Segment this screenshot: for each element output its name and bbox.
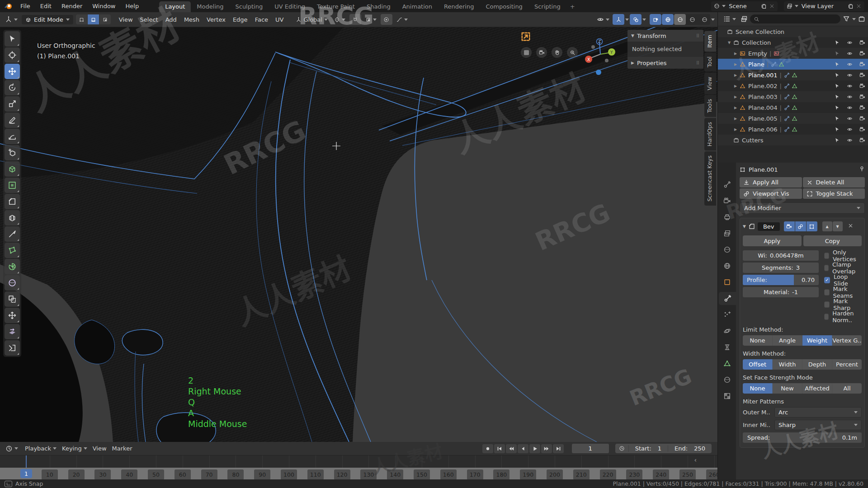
expand-caret-icon[interactable]: ▼ bbox=[743, 224, 746, 229]
hide-render-icon[interactable] bbox=[856, 137, 868, 143]
modifier-wrench-icon[interactable] bbox=[784, 127, 790, 132]
move-down-button[interactable]: ▼ bbox=[833, 221, 843, 231]
scene-selector[interactable]: Scene bbox=[711, 1, 778, 11]
timeline-menu-marker[interactable]: Marker bbox=[109, 444, 135, 453]
tool-smooth[interactable] bbox=[5, 275, 20, 291]
viewport-canvas[interactable]: User Orthographic (1) Plane.001 bbox=[0, 27, 717, 442]
hide-viewport-icon[interactable] bbox=[843, 105, 856, 111]
current-frame-field[interactable]: 1 bbox=[572, 444, 609, 453]
next-keyframe-button[interactable] bbox=[541, 444, 552, 453]
close-icon[interactable] bbox=[856, 3, 862, 9]
shading-rendered-button[interactable] bbox=[698, 14, 710, 25]
proportional-falloff-selector[interactable] bbox=[394, 15, 410, 24]
apply-all-button[interactable]: Apply All bbox=[740, 177, 802, 188]
hide-viewport-icon[interactable] bbox=[847, 116, 853, 122]
option-weight[interactable]: Weight bbox=[802, 335, 832, 346]
hide-render-icon[interactable] bbox=[859, 83, 865, 89]
loop-slide-checkbox[interactable]: ✓Loop Slide bbox=[824, 275, 862, 285]
selectable-toggle-icon[interactable] bbox=[830, 116, 843, 122]
selectable-toggle-icon[interactable] bbox=[834, 83, 840, 89]
expand-caret-icon[interactable]: ▶ bbox=[733, 52, 738, 56]
mesh-data-icon[interactable] bbox=[792, 94, 797, 100]
new-scene-icon[interactable] bbox=[761, 3, 767, 9]
panel-grip-icon[interactable]: ⠿ bbox=[696, 33, 700, 38]
checkbox[interactable] bbox=[824, 253, 829, 259]
selectable-toggle-icon[interactable] bbox=[834, 105, 840, 111]
viewport-menu-view[interactable]: View bbox=[115, 15, 137, 24]
transform-panel-header[interactable]: ▼ Transform ⠿ bbox=[627, 30, 703, 42]
selectable-toggle-icon[interactable] bbox=[830, 127, 843, 132]
toggle-stack-button[interactable]: Toggle Stack bbox=[803, 188, 865, 199]
hide-render-icon[interactable] bbox=[859, 137, 865, 143]
timeline-ruler[interactable]: 1020304050607080901001101201301401501601… bbox=[0, 455, 717, 479]
hide-viewport-icon[interactable] bbox=[847, 105, 853, 111]
zoom-icon[interactable] bbox=[567, 47, 578, 58]
mesh-data-icon[interactable] bbox=[792, 116, 797, 122]
gizmo-toggle[interactable] bbox=[613, 14, 624, 25]
hide-viewport-icon[interactable] bbox=[843, 116, 856, 122]
expand-caret-icon[interactable]: ▶ bbox=[733, 95, 738, 99]
perspective-toggle-icon[interactable] bbox=[521, 47, 532, 58]
workspace-tab-shading[interactable]: Shading bbox=[361, 1, 396, 12]
delete-all-button[interactable]: Delete All bbox=[803, 177, 865, 188]
viewport-menu-mesh[interactable]: Mesh bbox=[180, 15, 203, 24]
hide-render-icon[interactable] bbox=[859, 105, 865, 111]
hide-viewport-icon[interactable] bbox=[843, 83, 856, 89]
mesh-data-icon[interactable] bbox=[792, 83, 797, 89]
new-viewlayer-icon[interactable] bbox=[848, 3, 854, 9]
workspace-tab-modeling[interactable]: Modeling bbox=[191, 1, 229, 12]
menu-window[interactable]: Window bbox=[87, 2, 120, 10]
hide-render-icon[interactable] bbox=[856, 72, 868, 78]
pivot-point-selector[interactable] bbox=[332, 15, 348, 24]
workspace-tab-rendering[interactable]: Rendering bbox=[438, 1, 480, 12]
selectable-toggle-icon[interactable] bbox=[834, 127, 840, 132]
start-frame-field[interactable]: Start: 1 bbox=[628, 445, 668, 452]
editor-type-button[interactable] bbox=[3, 14, 20, 24]
proportional-edit-toggle[interactable] bbox=[381, 14, 392, 25]
tool-edge-slide[interactable] bbox=[5, 291, 20, 307]
hide-viewport-icon[interactable] bbox=[843, 127, 856, 132]
outliner-editor-type-button[interactable] bbox=[721, 14, 738, 24]
timeline-menu-playback[interactable]: Playback bbox=[22, 444, 59, 453]
spread-field[interactable]: Spread: 0.1m bbox=[743, 432, 862, 443]
tool-bevel[interactable] bbox=[5, 194, 20, 209]
material-field[interactable]: Material:-1 bbox=[743, 287, 819, 297]
workspace-tab-sculpting[interactable]: Sculpting bbox=[229, 1, 269, 12]
navigation-gizmo[interactable]: X Y Z bbox=[580, 31, 623, 104]
workspace-tab-compositing[interactable]: Compositing bbox=[480, 1, 528, 12]
timeline-editor-type-button[interactable] bbox=[3, 444, 20, 454]
tool-poly-build[interactable] bbox=[5, 243, 20, 258]
workspace-tab-texture-paint[interactable]: Texture Paint bbox=[311, 1, 361, 12]
properties-panel-header[interactable]: ▶ Properties ⠿ bbox=[627, 57, 703, 69]
properties-tab-view-layer[interactable] bbox=[719, 227, 735, 240]
pan-hand-icon[interactable] bbox=[552, 47, 562, 58]
add-modifier-dropdown[interactable]: Add Modifier bbox=[740, 202, 865, 214]
tool-extrude-region[interactable] bbox=[5, 161, 20, 177]
hide-viewport-icon[interactable] bbox=[847, 83, 853, 89]
menu-edit[interactable]: Edit bbox=[35, 2, 57, 10]
npanel-tab-screencast-keys[interactable]: Screencast Keys bbox=[704, 151, 716, 206]
selectable-toggle-icon[interactable] bbox=[834, 40, 840, 46]
tool-spin[interactable] bbox=[5, 259, 20, 274]
properties-tab-object[interactable] bbox=[719, 276, 735, 289]
outliner-row-plane-001[interactable]: ▶Plane.001| bbox=[718, 70, 868, 80]
checkbox[interactable] bbox=[824, 314, 829, 320]
xray-toggle[interactable] bbox=[650, 14, 661, 25]
viewport-menu-face[interactable]: Face bbox=[251, 15, 272, 24]
npanel-tab-item[interactable]: Item bbox=[704, 31, 716, 52]
npanel-tab-tools[interactable]: Tools bbox=[704, 95, 716, 117]
hide-render-icon[interactable] bbox=[856, 83, 868, 89]
hide-render-icon[interactable] bbox=[856, 94, 868, 100]
viewport-menu-edge[interactable]: Edge bbox=[229, 15, 251, 24]
playhead-line[interactable] bbox=[26, 455, 27, 468]
hide-viewport-icon[interactable] bbox=[847, 61, 853, 67]
hide-viewport-icon[interactable] bbox=[847, 72, 853, 78]
tool-measure[interactable] bbox=[5, 129, 20, 144]
record-button[interactable] bbox=[482, 444, 493, 453]
properties-tab-physics[interactable] bbox=[719, 324, 735, 338]
inner-miter-dropdown[interactable]: Sharp bbox=[774, 420, 862, 430]
selectable-toggle-icon[interactable] bbox=[834, 94, 840, 100]
mode-selector[interactable]: Edit Mode bbox=[22, 15, 73, 24]
viewport-3d[interactable]: Edit Mode ViewSelectAddMeshVertexEdgeFac… bbox=[0, 12, 717, 442]
selectable-toggle-icon[interactable] bbox=[834, 51, 840, 56]
